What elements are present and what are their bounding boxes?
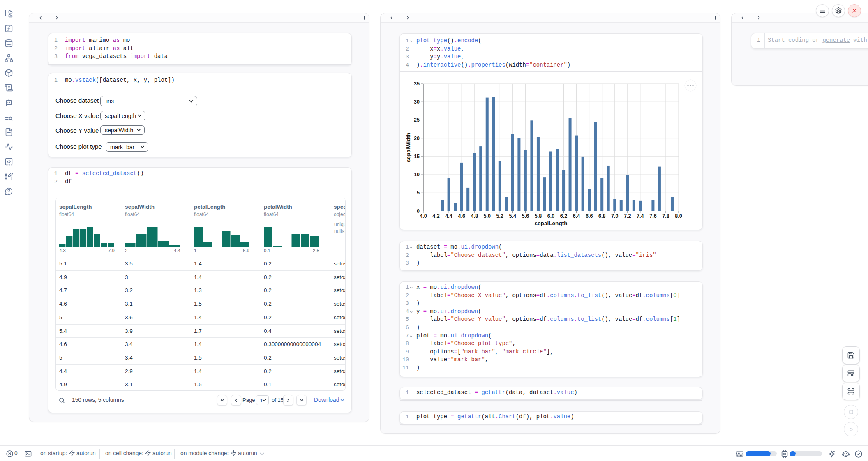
svg-text:15: 15 [414, 154, 420, 159]
svg-text:5: 5 [417, 190, 420, 196]
svg-text:30: 30 [414, 99, 420, 105]
svg-text:6.4: 6.4 [573, 213, 580, 219]
svg-text:6.2: 6.2 [560, 213, 568, 219]
svg-text:4.8: 4.8 [471, 213, 478, 219]
svg-text:7.4: 7.4 [637, 213, 644, 219]
svg-text:4.4: 4.4 [445, 213, 452, 219]
svg-text:4.0: 4.0 [420, 213, 427, 219]
svg-text:4.2: 4.2 [432, 213, 440, 219]
svg-text:7.6: 7.6 [649, 213, 657, 219]
svg-text:5.8: 5.8 [535, 213, 542, 219]
svg-text:20: 20 [414, 136, 420, 141]
svg-text:8.0: 8.0 [675, 213, 682, 219]
svg-text:10: 10 [414, 172, 420, 177]
svg-text:25: 25 [414, 117, 420, 123]
svg-text:5.0: 5.0 [483, 213, 491, 219]
svg-text:5.2: 5.2 [496, 213, 504, 219]
svg-text:6.8: 6.8 [598, 213, 606, 219]
svg-text:0: 0 [417, 208, 420, 214]
svg-text:7.0: 7.0 [611, 213, 619, 219]
svg-text:6.6: 6.6 [586, 213, 593, 219]
svg-text:5.6: 5.6 [522, 213, 529, 219]
svg-text:35: 35 [414, 81, 420, 87]
svg-text:7.2: 7.2 [624, 213, 631, 219]
svg-text:6.0: 6.0 [547, 213, 555, 219]
svg-text:sepalLength: sepalLength [534, 220, 567, 226]
svg-text:4.6: 4.6 [458, 213, 465, 219]
svg-text:5.4: 5.4 [509, 213, 517, 219]
svg-text:sepalWidth: sepalWidth [405, 133, 411, 162]
svg-text:7.8: 7.8 [662, 213, 669, 219]
